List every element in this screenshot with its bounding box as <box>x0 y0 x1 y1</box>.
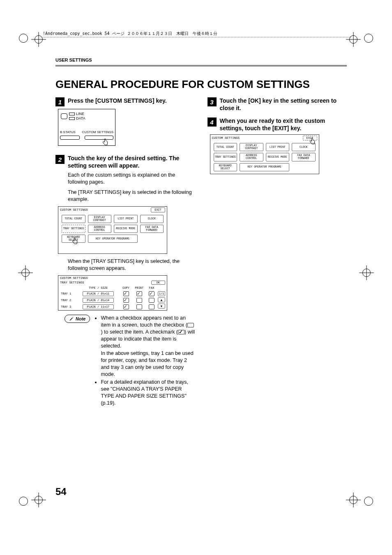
panel-custom-label: CUSTOM SETTINGS <box>82 130 113 134</box>
step-3: 3 Touch the [OK] key in the setting scre… <box>208 97 347 112</box>
hardware-panel-illustration: LINEDATA B STATUS CUSTOM SETTINGS <box>58 109 115 146</box>
lcd-tray-settings: CUSTOM SETTINGS TRAY SETTINGS OK TYPE / … <box>58 275 167 311</box>
pencil-icon <box>69 316 74 321</box>
scroll-down-button[interactable]: ▼ <box>158 304 165 309</box>
step-number: 3 <box>208 97 217 106</box>
step-1: 1 Press the [CUSTOM SETTINGS] key. <box>55 97 195 106</box>
checkbox-print[interactable] <box>136 298 142 303</box>
section-label: USER SETTINGS <box>55 58 347 62</box>
tray-table: TYPE / SIZE COPY PRINT FAX TRAY 1 PLAIN … <box>58 286 157 310</box>
step-2: 2 Touch the key of the desired setting. … <box>55 155 195 169</box>
menu-list-print[interactable]: LIST PRINT <box>266 143 290 151</box>
note-item: When a checkbox appears next to an item … <box>101 315 195 378</box>
note-badge: Note <box>65 315 90 323</box>
table-row: TRAY 2 PLAIN / 8½x14 <box>58 297 157 304</box>
menu-fax-data-forward[interactable]: FAX DATA FORWARD <box>140 225 164 233</box>
section-rule <box>55 65 347 67</box>
pointing-hand-icon <box>101 138 109 146</box>
crop-mark <box>33 494 44 506</box>
checkbox-copy[interactable] <box>123 291 129 296</box>
lcd-custom-settings-menu-exit: CUSTOM SETTINGS EXIT TOTAL COUNT DISPLAY… <box>210 134 319 174</box>
lcd-subheader: TRAY SETTINGS <box>60 281 84 284</box>
tray-typesize[interactable]: PLAIN / 11x17 <box>83 304 114 309</box>
panel-status-label: B STATUS <box>60 130 76 134</box>
step-body: When the [TRAY SETTINGS] key is selected… <box>68 258 195 272</box>
menu-display-contrast[interactable]: DISPLAY CONTRAST <box>88 215 112 223</box>
lcd-header: CUSTOM SETTINGS <box>60 276 88 280</box>
checkbox-empty-icon <box>187 323 194 327</box>
step-title: When you are ready to exit the custom se… <box>220 117 347 132</box>
checkbox-fax[interactable] <box>149 291 154 296</box>
lcd-header: CUSTOM SETTINGS <box>60 208 88 212</box>
pointing-hand-icon <box>71 237 79 245</box>
note-block: Note When a checkbox appears next to an … <box>55 315 195 407</box>
menu-key-operator-programs[interactable]: KEY OPERATOR PROGRAMS <box>88 235 138 243</box>
crop-corner <box>19 497 28 506</box>
checkbox-copy[interactable] <box>123 304 129 309</box>
page-number: 54 <box>55 486 67 497</box>
crop-mark <box>20 267 31 279</box>
step-body: Each of the custom settings is explained… <box>68 172 195 186</box>
col-fax: FAX <box>146 286 157 290</box>
exit-button[interactable]: EXIT <box>151 207 165 212</box>
menu-tray-settings[interactable]: TRAY SETTINGS <box>214 153 238 161</box>
checkbox-fax[interactable] <box>149 298 154 303</box>
table-row: TRAY 3 PLAIN / 11x17 <box>58 304 157 310</box>
crop-mark <box>361 267 372 279</box>
col-print: PRINT <box>132 286 146 290</box>
ok-button[interactable]: OK <box>151 281 165 285</box>
step-title: Press the [CUSTOM SETTINGS] key. <box>68 97 167 105</box>
crop-corner <box>364 497 373 506</box>
checkbox-copy[interactable] <box>123 298 129 303</box>
menu-address-control[interactable]: ADDRESS CONTROL <box>240 153 263 161</box>
menu-address-control[interactable]: ADDRESS CONTROL <box>88 225 112 233</box>
note-item: For a detailed explanation of the trays,… <box>101 379 195 407</box>
print-header: !Andromeda_copy_sec.book 54 ページ ２００６年１１月… <box>41 37 351 44</box>
tray-name: TRAY 1 <box>58 290 76 297</box>
tray-name: TRAY 3 <box>58 304 76 310</box>
step-number: 2 <box>55 155 65 164</box>
menu-total-count[interactable]: TOTAL COUNT <box>214 143 238 151</box>
scroll-up-button[interactable]: ▲ <box>158 297 165 302</box>
menu-display-contrast[interactable]: DISPLAY CONTRAST <box>240 143 263 151</box>
step-title: Touch the key of the desired setting. Th… <box>68 155 195 169</box>
panel-data-label: DATA <box>76 116 85 120</box>
menu-keyboard-select[interactable]: KEYBOARD SELECT <box>214 163 238 171</box>
col-copy: COPY <box>120 286 132 290</box>
step-body: The [TRAY SETTINGS] key is selected in t… <box>68 189 195 203</box>
checkbox-checked-icon <box>178 330 184 334</box>
step-title: Touch the [OK] key in the setting screen… <box>220 97 347 112</box>
menu-list-print[interactable]: LIST PRINT <box>114 215 138 223</box>
page-title: GENERAL PROCEDURE FOR CUSTOM SETTINGS <box>55 78 347 91</box>
tray-typesize[interactable]: PLAIN / 8½x11 <box>83 291 114 296</box>
step-number: 1 <box>55 97 65 106</box>
checkbox-print[interactable] <box>136 291 142 296</box>
col-type-size: TYPE / SIZE <box>76 286 120 290</box>
menu-receive-mode[interactable]: RECEIVE MODE <box>266 153 290 161</box>
menu-fax-data-forward[interactable]: FAX DATA FORWARD <box>292 153 316 161</box>
crop-corner <box>19 34 28 43</box>
pointing-hand-icon <box>308 137 316 145</box>
tray-name: TRAY 2 <box>58 297 76 304</box>
page-indicator: 1/1 <box>158 291 165 296</box>
menu-receive-mode[interactable]: RECEIVE MODE <box>114 225 138 233</box>
checkbox-fax[interactable] <box>149 304 154 309</box>
step-4: 4 When you are ready to exit the custom … <box>208 117 347 132</box>
tray-typesize[interactable]: PLAIN / 8½x14 <box>83 298 114 303</box>
menu-total-count[interactable]: TOTAL COUNT <box>62 215 85 223</box>
menu-key-operator-programs[interactable]: KEY OPERATOR PROGRAMS <box>240 163 289 171</box>
book-header-text: !Andromeda_copy_sec.book 54 ページ ２００６年１１月… <box>41 31 219 36</box>
menu-clock[interactable]: CLOCK <box>140 215 164 223</box>
lcd-custom-settings-menu: CUSTOM SETTINGS EXIT TOTAL COUNT DISPLAY… <box>58 206 167 254</box>
crop-corner <box>364 34 373 43</box>
table-row: TRAY 1 PLAIN / 8½x11 <box>58 290 157 297</box>
menu-tray-settings[interactable]: TRAY SETTINGS <box>62 225 85 233</box>
crop-mark <box>348 494 359 506</box>
lcd-header: CUSTOM SETTINGS <box>212 136 240 140</box>
checkbox-print[interactable] <box>136 304 142 309</box>
step-number: 4 <box>208 117 217 127</box>
panel-line-label: LINE <box>76 112 84 116</box>
